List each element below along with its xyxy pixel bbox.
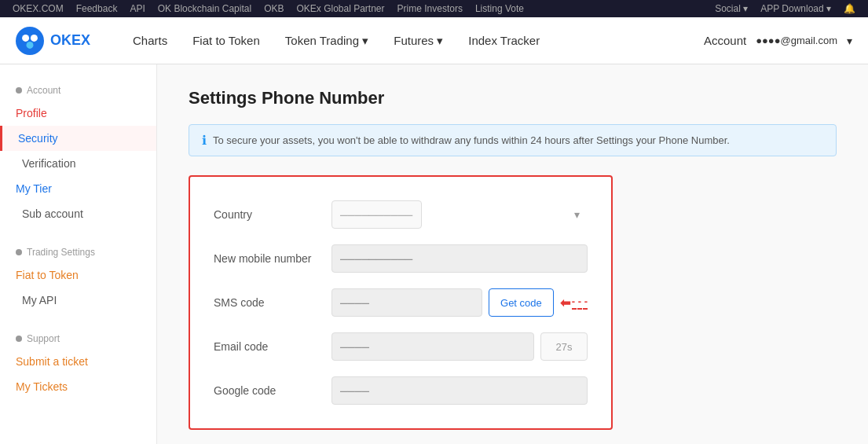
section-dot (16, 87, 22, 94)
info-banner: ℹ To secure your assets, you won't be ab… (189, 124, 837, 156)
section-dot-trading (16, 249, 22, 255)
section-account-label: Account (27, 85, 60, 96)
form-row-sms: SMS code Get code ⬅ - - - (214, 288, 588, 317)
sidebar-item-security[interactable]: Security (0, 126, 156, 151)
form-row-mobile: New mobile number (214, 244, 588, 273)
sms-input[interactable] (331, 288, 482, 317)
form-row-google: Google code (214, 376, 588, 405)
sidebar-item-submit-ticket[interactable]: Submit a ticket (0, 349, 156, 374)
get-code-arrow: ⬅ - - - (560, 288, 588, 317)
label-mobile: New mobile number (214, 252, 331, 265)
main-layout: Account Profile Security Verification My… (0, 64, 868, 444)
email-input-group: 27s (331, 332, 588, 361)
nav-charts[interactable]: Charts (122, 28, 178, 53)
sidebar-section-trading-title: Trading Settings (0, 242, 156, 262)
mobile-input[interactable] (331, 244, 588, 273)
top-prime[interactable]: Prime Investors (397, 3, 463, 14)
info-icon: ℹ (202, 133, 207, 148)
sidebar-item-my-tier[interactable]: My Tier (0, 176, 156, 201)
top-global[interactable]: OKEx Global Partner (296, 3, 384, 14)
top-api[interactable]: API (130, 3, 145, 14)
label-google: Google code (214, 384, 331, 397)
navbar: OKEX Charts Fiat to Token Token Trading … (0, 17, 868, 64)
google-input[interactable] (331, 376, 588, 405)
sidebar: Account Profile Security Verification My… (0, 64, 157, 444)
email-timer: 27s (540, 332, 588, 361)
top-bar: OKEX.COM Feedback API OK Blockchain Capi… (0, 0, 868, 17)
nav-token-trading[interactable]: Token Trading ▾ (274, 28, 379, 54)
email-input[interactable] (331, 332, 534, 361)
sidebar-section-support: Support Submit a ticket My Tickets (0, 328, 156, 399)
svg-point-1 (22, 34, 29, 41)
country-select[interactable]: ────────── (331, 200, 422, 229)
svg-point-3 (27, 41, 34, 48)
top-feedback[interactable]: Feedback (76, 3, 118, 14)
sidebar-item-my-api[interactable]: My API (0, 288, 156, 313)
section-dot-support (16, 336, 22, 342)
page-title: Settings Phone Number (189, 88, 837, 108)
logo[interactable]: OKEX (16, 27, 90, 55)
top-listing[interactable]: Listing Vote (475, 3, 524, 14)
label-country: Country (214, 208, 331, 221)
section-trading-label: Trading Settings (27, 247, 95, 258)
form-box: Country ────────── New mobile number SMS… (189, 175, 613, 430)
sidebar-item-verification[interactable]: Verification (0, 151, 156, 176)
sidebar-section-trading: Trading Settings Fiat to Token My API (0, 242, 156, 313)
nav-right: Account ●●●●@gmail.com ▾ (704, 34, 852, 47)
nav-links: Charts Fiat to Token Token Trading ▾ Fut… (122, 28, 704, 54)
top-blockchain[interactable]: OK Blockchain Capital (158, 3, 251, 14)
get-code-button[interactable]: Get code (489, 288, 554, 317)
brand-link[interactable]: OKEX.COM (13, 3, 64, 14)
sidebar-item-my-tickets[interactable]: My Tickets (0, 374, 156, 399)
sidebar-item-fiat-to-token[interactable]: Fiat to Token (0, 262, 156, 288)
section-support-label: Support (27, 333, 60, 344)
country-select-wrapper: ────────── (331, 200, 588, 229)
chevron-down-icon: ▾ (847, 35, 852, 47)
label-sms: SMS code (214, 296, 331, 309)
top-social[interactable]: Social ▾ (715, 3, 748, 14)
svg-point-0 (16, 27, 44, 55)
form-row-email: Email code 27s (214, 332, 588, 361)
nav-fiat-to-token[interactable]: Fiat to Token (181, 28, 271, 53)
nav-email[interactable]: ●●●●@gmail.com (756, 35, 837, 46)
sidebar-item-sub-account[interactable]: Sub account (0, 201, 156, 226)
nav-index-tracker[interactable]: Index Tracker (457, 28, 551, 53)
content: Settings Phone Number ℹ To secure your a… (157, 64, 868, 444)
label-email: Email code (214, 340, 331, 353)
nav-futures[interactable]: Futures ▾ (383, 28, 454, 54)
top-bell-icon[interactable]: 🔔 (844, 3, 855, 14)
sms-input-group: Get code ⬅ - - - (331, 288, 588, 317)
sidebar-section-support-title: Support (0, 328, 156, 349)
sidebar-section-account-title: Account (0, 80, 156, 101)
form-row-country: Country ────────── (214, 200, 588, 229)
nav-account[interactable]: Account (704, 34, 746, 47)
info-banner-text: To secure your assets, you won't be able… (213, 134, 730, 146)
top-okb[interactable]: OKB (264, 3, 284, 14)
sidebar-section-account: Account Profile Security Verification My… (0, 80, 156, 226)
top-appdownload[interactable]: APP Download ▾ (760, 3, 831, 14)
logo-text: OKEX (50, 32, 90, 49)
sidebar-item-profile[interactable]: Profile (0, 101, 156, 126)
svg-point-2 (31, 34, 38, 41)
